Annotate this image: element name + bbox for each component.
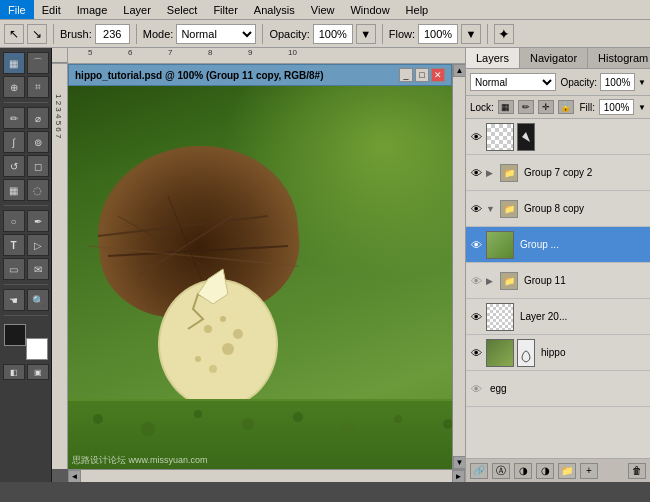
link-layers-btn[interactable]: 🔗 xyxy=(470,463,488,479)
blur-tool[interactable]: ◌ xyxy=(27,179,49,201)
scroll-up-btn[interactable]: ▲ xyxy=(453,64,465,77)
lasso-tool[interactable]: ⌒ xyxy=(27,52,49,74)
menu-image[interactable]: Image xyxy=(69,0,116,19)
eye-icon-hidden[interactable]: 👁 xyxy=(468,381,484,397)
menu-bar: File Edit Image Layer Select Filter Anal… xyxy=(0,0,650,20)
opacity-value[interactable] xyxy=(600,73,635,91)
canvas-close-btn[interactable]: ✕ xyxy=(431,68,445,82)
arrow-tool-btn[interactable]: ↘ xyxy=(27,24,47,44)
expand-arrow[interactable]: ▶ xyxy=(486,276,498,286)
list-item[interactable]: 👁 Group ... xyxy=(466,227,650,263)
eye-icon[interactable]: 👁 xyxy=(468,165,484,181)
hand-tool[interactable]: ☚ xyxy=(3,289,25,311)
menu-file[interactable]: File xyxy=(0,0,34,19)
quick-mask-btn[interactable]: ◧ xyxy=(3,364,25,380)
expand-arrow-open[interactable]: ▼ xyxy=(486,204,498,214)
scrollbar-vertical[interactable]: ▲ ▼ xyxy=(452,64,465,469)
zoom-tool[interactable]: 🔍 xyxy=(27,289,49,311)
svg-point-11 xyxy=(233,329,243,339)
flow-arrow[interactable]: ▼ xyxy=(461,24,481,44)
layers-panel: Layers Navigator Histogram Normal Opacit… xyxy=(465,48,650,482)
lock-position-btn[interactable]: ✛ xyxy=(538,100,554,114)
add-group-btn[interactable]: 📁 xyxy=(558,463,576,479)
fill-value[interactable] xyxy=(599,99,634,115)
ruler-v-nums: 1 2 3 4 5 6 7 xyxy=(54,94,63,138)
list-item[interactable]: 👁 ▶ 📁 Group 7 copy 2 xyxy=(466,155,650,191)
opacity-input[interactable] xyxy=(313,24,353,44)
menu-window[interactable]: Window xyxy=(342,0,397,19)
scrollbar-horizontal[interactable]: ◄ ► xyxy=(68,469,465,482)
list-item[interactable]: 👁 xyxy=(466,119,650,155)
opacity-arrow[interactable]: ▼ xyxy=(356,24,376,44)
svg-point-19 xyxy=(293,412,303,422)
canvas-maximize-btn[interactable]: □ xyxy=(415,68,429,82)
background-color[interactable] xyxy=(26,338,48,360)
scroll-track-v xyxy=(453,77,465,456)
dodge-tool[interactable]: ○ xyxy=(3,210,25,232)
scroll-left-btn[interactable]: ◄ xyxy=(68,470,81,482)
screen-mode-btn[interactable]: ▣ xyxy=(27,364,49,380)
clone-tool[interactable]: ⊚ xyxy=(27,131,49,153)
scroll-right-btn[interactable]: ► xyxy=(452,470,465,482)
menu-analysis[interactable]: Analysis xyxy=(246,0,303,19)
eye-icon[interactable]: 👁 xyxy=(468,201,484,217)
add-mask-btn[interactable]: ◑ xyxy=(514,463,532,479)
menu-edit[interactable]: Edit xyxy=(34,0,69,19)
list-item[interactable]: 👁 ▶ 📁 Group 11 xyxy=(466,263,650,299)
eye-icon[interactable]: 👁 xyxy=(468,309,484,325)
shape-tool[interactable]: ▭ xyxy=(3,258,25,280)
ruler-mark-10: 10 xyxy=(288,48,297,57)
marquee-tool[interactable]: ▦ xyxy=(3,52,25,74)
svg-point-17 xyxy=(194,410,202,418)
type-tool[interactable]: T xyxy=(3,234,25,256)
menu-filter[interactable]: Filter xyxy=(205,0,245,19)
lock-transparent-btn[interactable]: ▦ xyxy=(498,100,514,114)
toolbar: ↖ ↘ Brush: Mode: Normal Opacity: ▼ Flow:… xyxy=(0,20,650,48)
menu-view[interactable]: View xyxy=(303,0,343,19)
eye-icon[interactable]: 👁 xyxy=(468,237,484,253)
eye-icon[interactable]: 👁 xyxy=(468,345,484,361)
eye-icon-hidden[interactable]: 👁 xyxy=(468,273,484,289)
layers-lock-fill: Lock: ▦ ✏ ✛ 🔒 Fill: ▼ xyxy=(466,96,650,119)
crop-tool[interactable]: ⌗ xyxy=(27,76,49,98)
lock-image-btn[interactable]: ✏ xyxy=(518,100,534,114)
add-style-btn[interactable]: Ⓐ xyxy=(492,463,510,479)
quick-select-tool[interactable]: ⊕ xyxy=(3,76,25,98)
airbrush-btn[interactable]: ✦ xyxy=(494,24,514,44)
add-adjustment-btn[interactable]: ◑ xyxy=(536,463,554,479)
move-tool-btn[interactable]: ↖ xyxy=(4,24,24,44)
menu-layer[interactable]: Layer xyxy=(115,0,159,19)
foreground-color[interactable] xyxy=(4,324,26,346)
expand-arrow[interactable]: ▶ xyxy=(486,168,498,178)
scroll-down-btn[interactable]: ▼ xyxy=(453,456,465,469)
eyedropper-tool[interactable]: ✏ xyxy=(3,107,25,129)
blend-mode-select[interactable]: Normal xyxy=(470,73,556,91)
flow-input[interactable] xyxy=(418,24,458,44)
pen-tool[interactable]: ✒ xyxy=(27,210,49,232)
brush-size-input[interactable] xyxy=(95,24,130,44)
list-item[interactable]: 👁 egg xyxy=(466,371,650,407)
tab-histogram[interactable]: Histogram xyxy=(588,48,650,68)
lock-all-btn[interactable]: 🔒 xyxy=(558,100,574,114)
path-tool[interactable]: ▷ xyxy=(27,234,49,256)
layer-name: Group 8 copy xyxy=(520,203,648,214)
menu-select[interactable]: Select xyxy=(159,0,206,19)
list-item[interactable]: 👁 hippo xyxy=(466,335,650,371)
eraser-tool[interactable]: ◻ xyxy=(27,155,49,177)
delete-layer-btn[interactable]: 🗑 xyxy=(628,463,646,479)
notes-tool[interactable]: ✉ xyxy=(27,258,49,280)
history-brush-tool[interactable]: ↺ xyxy=(3,155,25,177)
new-layer-btn[interactable]: + xyxy=(580,463,598,479)
list-item[interactable]: 👁 ▼ 📁 Group 8 copy xyxy=(466,191,650,227)
eye-icon[interactable]: 👁 xyxy=(468,129,484,145)
layer-thumbnail xyxy=(486,303,514,331)
brush-tool[interactable]: ∫ xyxy=(3,131,25,153)
canvas-minimize-btn[interactable]: _ xyxy=(399,68,413,82)
menu-help[interactable]: Help xyxy=(398,0,437,19)
mode-select[interactable]: Normal xyxy=(176,24,256,44)
tab-navigator[interactable]: Navigator xyxy=(520,48,588,68)
spot-heal-tool[interactable]: ⌀ xyxy=(27,107,49,129)
gradient-tool[interactable]: ▦ xyxy=(3,179,25,201)
list-item[interactable]: 👁 Layer 20... xyxy=(466,299,650,335)
tab-layers[interactable]: Layers xyxy=(466,48,520,68)
